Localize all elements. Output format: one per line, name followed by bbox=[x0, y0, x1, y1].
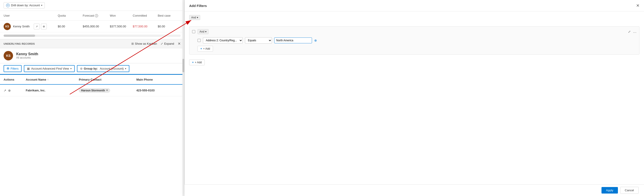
row-primary-contact: Haroun Stormonth ✕ bbox=[79, 88, 136, 93]
filters-panel: Add Filters ✕ And ▾ And ▾ ⤢ … bbox=[184, 0, 644, 196]
underlying-header: UNDERLYING RECORDS ⊞ Show as Kanban ⤢ Ex… bbox=[0, 39, 184, 48]
col-header-forecast: Forecast i bbox=[83, 14, 110, 17]
group-checkbox[interactable] bbox=[192, 30, 195, 33]
filter-group-header: And ▾ ⤢ … bbox=[192, 29, 636, 34]
cell-bestcase: $0.00 bbox=[158, 25, 181, 28]
drill-down-chevron: ▾ bbox=[41, 4, 42, 6]
avatar: KS bbox=[4, 23, 11, 30]
underlying-title: UNDERLYING RECORDS bbox=[4, 42, 35, 45]
records-row: ↗ ⊕ Fabrikam, Inc. Haroun Stormonth ✕ 42… bbox=[0, 85, 184, 96]
group-expand-button[interactable]: ⤢ bbox=[628, 30, 631, 33]
grid-icon: ▦ bbox=[27, 67, 30, 70]
operator-select[interactable]: Equals bbox=[245, 37, 272, 43]
col-header-user: User bbox=[4, 14, 58, 17]
user-sub-label: All accounts bbox=[16, 56, 38, 59]
cell-won: $377,500.00 bbox=[110, 25, 133, 28]
records-table-header: Actions Account Name ↑ Primary Contact M… bbox=[0, 75, 184, 85]
drill-down-label: Drill down by: Account bbox=[11, 3, 40, 7]
sort-icon[interactable]: ↑ bbox=[47, 78, 48, 81]
show-as-kanban-button[interactable]: ⊞ Show as Kanban bbox=[131, 42, 157, 45]
filter-icon: ⛃ bbox=[7, 67, 9, 70]
condition-action-icon: ⊕ bbox=[314, 39, 317, 42]
user-info-bar: KS Kenny Smith All accounts bbox=[0, 48, 184, 63]
filters-panel-title: Add Filters bbox=[189, 4, 207, 8]
condition-checkbox[interactable] bbox=[198, 39, 201, 42]
filter-condition-row: Address 2: Country/Reg... Equals ⊕ bbox=[192, 37, 636, 43]
col-phone-header: Main Phone bbox=[136, 78, 181, 81]
value-input[interactable] bbox=[274, 37, 312, 43]
col-name-header: Account Name ↑ bbox=[26, 78, 79, 81]
col-header-quota: Quota bbox=[58, 14, 83, 17]
filters-button[interactable]: ⛃ Filters bbox=[4, 65, 22, 72]
groupby-chevron: ▾ bbox=[125, 67, 126, 70]
group-more-button[interactable]: … bbox=[633, 30, 636, 34]
filter-group: And ▾ ⤢ … Address 2: Country/Reg... Equa… bbox=[189, 26, 640, 55]
avatar-large: KS bbox=[4, 51, 13, 60]
scrollbar-thumb[interactable] bbox=[182, 59, 184, 72]
col-header-committed: Committed bbox=[133, 14, 158, 17]
kanban-icon: ⊞ bbox=[131, 42, 134, 45]
bottom-plus-icon: + bbox=[192, 61, 194, 64]
col-header-bestcase: Best case bbox=[158, 14, 181, 17]
col-header-won: Won bbox=[110, 14, 133, 17]
view-chevron: ▾ bbox=[70, 67, 72, 70]
row-add-icon[interactable]: ⊕ bbox=[8, 89, 11, 92]
row-open-icon[interactable]: ↗ bbox=[4, 89, 6, 92]
drill-down-icon: ⟳ bbox=[6, 3, 10, 7]
field-select[interactable]: Address 2: Country/Reg... bbox=[203, 37, 243, 43]
cell-committed: $77,500.00 bbox=[133, 25, 158, 28]
top-and-badge[interactable]: And ▾ bbox=[189, 15, 200, 20]
chip-close-icon[interactable]: ✕ bbox=[106, 89, 108, 92]
plus-icon: + bbox=[200, 47, 202, 50]
records-toolbar: ⛃ Filters ▦ Account Advanced Find View ▾… bbox=[0, 63, 184, 74]
user-name: Kenny Smith bbox=[13, 25, 30, 28]
row-actions-cell: ↗ ⊕ bbox=[4, 89, 26, 92]
user-cell: KS Kenny Smith ↗ ⊕ bbox=[4, 23, 58, 30]
share-icon-btn[interactable]: ↗ bbox=[34, 23, 40, 29]
forecast-table-header: User Quota Forecast i Won Committed Best… bbox=[0, 11, 184, 21]
filters-panel-header: Add Filters ✕ bbox=[185, 0, 644, 11]
table-row: KS Kenny Smith ↗ ⊕ $0.00 $455,000.00 $37… bbox=[0, 21, 184, 32]
add-row-button[interactable]: + + Add bbox=[198, 46, 213, 52]
bottom-add-button[interactable]: + + Add bbox=[189, 59, 205, 65]
col-actions-header: Actions bbox=[4, 78, 26, 81]
underlying-section: UNDERLYING RECORDS ⊞ Show as Kanban ⤢ Ex… bbox=[0, 39, 184, 96]
drill-down-button[interactable]: ⟳ Drill down by: Account ▾ bbox=[4, 2, 45, 8]
vertical-scrollbar[interactable] bbox=[182, 0, 184, 196]
apply-button[interactable]: Apply bbox=[602, 187, 618, 194]
horizontal-scroll-area[interactable] bbox=[0, 32, 184, 39]
row-phone: 423-555-0103 bbox=[136, 89, 181, 92]
row-account-name: Fabrikam, Inc. bbox=[26, 89, 79, 92]
cell-quota: $0.00 bbox=[58, 25, 83, 28]
groupby-icon: ⊜ bbox=[80, 67, 82, 70]
panel-close-button[interactable]: ✕ bbox=[636, 3, 640, 8]
view-button[interactable]: ▦ Account Advanced Find View ▾ bbox=[24, 65, 74, 72]
groupby-button[interactable]: ⊜ Group by: Account (Account) ▾ bbox=[77, 65, 129, 72]
underlying-close-button[interactable]: ✕ bbox=[178, 41, 181, 46]
filters-panel-body: And ▾ And ▾ ⤢ … Address 2: Country/Reg..… bbox=[185, 11, 644, 69]
user-info-text: Kenny Smith All accounts bbox=[16, 52, 38, 59]
target-icon-btn[interactable]: ⊕ bbox=[41, 23, 47, 29]
underlying-actions: ⊞ Show as Kanban ⤢ Expand ✕ bbox=[131, 41, 181, 46]
cell-forecast: $455,000.00 bbox=[83, 25, 110, 28]
expand-icon: ⤢ bbox=[160, 42, 163, 45]
cancel-button[interactable]: Cancel bbox=[620, 187, 638, 194]
forecast-info-icon[interactable]: i bbox=[95, 14, 98, 17]
bottom-action-bar: Apply Cancel bbox=[184, 184, 644, 196]
col-contact-header: Primary Contact bbox=[79, 78, 136, 81]
expand-button[interactable]: ⤢ Expand bbox=[160, 42, 174, 45]
contact-chip: Haroun Stormonth ✕ bbox=[79, 88, 110, 93]
group-and-label[interactable]: And ▾ bbox=[198, 29, 208, 34]
user-full-name: Kenny Smith bbox=[16, 52, 38, 56]
row-action-icons: ↗ ⊕ bbox=[34, 23, 47, 29]
